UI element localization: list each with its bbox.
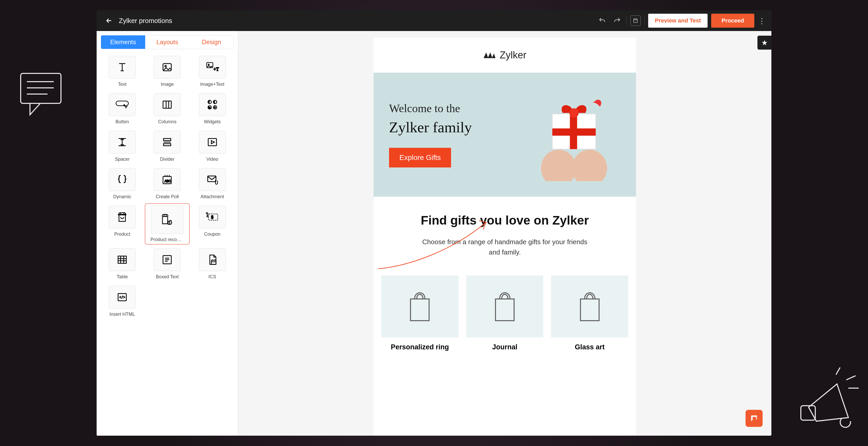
image-text-icon: +T: [199, 56, 226, 79]
product-name: Journal: [466, 343, 544, 351]
sidebar-tabs: Elements Layouts Design: [101, 35, 234, 49]
element-label: Insert HTML: [110, 311, 135, 317]
element-coupon[interactable]: $Coupon: [193, 206, 232, 242]
product-row: Personalized ringJournalGlass art: [374, 275, 636, 356]
email-logo: Zylker: [374, 38, 636, 72]
element-label: Image: [161, 82, 174, 87]
product-name: Glass art: [551, 343, 628, 351]
element-table[interactable]: Table: [103, 248, 142, 279]
email-hero: Welcome to the Zylker family Explore Gif…: [374, 72, 636, 197]
element-label: Table: [117, 274, 128, 279]
save-button[interactable]: [630, 16, 641, 26]
redo-button[interactable]: [612, 15, 623, 26]
tab-layouts[interactable]: Layouts: [145, 35, 189, 49]
element-label: Product recommend…: [150, 237, 184, 242]
email-preview: Zylker Welcome to the Zylker family Expl…: [374, 38, 636, 436]
element-video[interactable]: Video: [193, 131, 232, 162]
svg-text:ABC: ABC: [164, 179, 171, 183]
product-card[interactable]: Glass art: [551, 275, 628, 351]
tab-elements[interactable]: Elements: [101, 35, 145, 49]
shopping-bag-icon: [466, 275, 544, 337]
element-columns[interactable]: Columns: [148, 93, 187, 124]
page-title: Zylker promotions: [119, 17, 172, 25]
hero-text: Welcome to the Zylker family Explore Gif…: [389, 102, 525, 168]
element-label: Spacer: [115, 157, 130, 162]
svg-line-6: [846, 376, 856, 380]
shopping-bag-icon: [381, 275, 459, 337]
product-card[interactable]: Journal: [466, 275, 544, 351]
svg-point-43: [207, 215, 208, 217]
spacer-icon: [109, 131, 135, 153]
top-bar: Zylker promotions Preview and Test Proce…: [97, 10, 771, 31]
element-label: Product: [114, 232, 130, 237]
proceed-button[interactable]: Proceed: [711, 14, 754, 28]
element-dynamic[interactable]: Dynamic: [103, 168, 142, 200]
element-image[interactable]: Image: [148, 56, 187, 87]
hero-line-1: Welcome to the: [389, 102, 525, 115]
element-label: Text: [118, 82, 127, 87]
element-divider[interactable]: Divider: [148, 131, 187, 162]
hero-image: [525, 88, 623, 181]
element-imagetext[interactable]: +TImage+Text: [193, 56, 232, 87]
element-label: Coupon: [204, 232, 220, 237]
back-button[interactable]: [103, 17, 115, 25]
image-icon: [154, 56, 181, 79]
element-label: Attachment: [200, 194, 224, 200]
canvas: ★ Zylker Welcome to the Z: [238, 31, 771, 436]
video-icon: [199, 131, 226, 153]
product-name: Personalized ring: [381, 343, 459, 351]
svg-point-15: [124, 105, 125, 106]
favorites-tab[interactable]: ★: [757, 36, 771, 50]
product-card[interactable]: Personalized ring: [381, 275, 459, 351]
element-label: Image+Text: [200, 82, 224, 87]
columns-icon: [154, 93, 181, 116]
button-icon: [109, 93, 135, 116]
element-product[interactable]: Product: [103, 206, 142, 242]
element-spacer[interactable]: Spacer: [103, 131, 142, 162]
app-body: Elements Layouts Design TextImage+TImage…: [97, 31, 771, 436]
element-createpoll[interactable]: ABCCreate Poll: [148, 168, 187, 200]
element-inserthtml[interactable]: Insert HTML: [103, 286, 142, 317]
megaphone-doodle: [780, 358, 863, 441]
top-actions: Preview and Test Proceed ⋮: [596, 14, 765, 28]
text-icon: [109, 56, 135, 79]
svg-text:+: +: [214, 106, 216, 109]
svg-rect-4: [801, 406, 815, 420]
svg-line-5: [836, 367, 840, 375]
element-ics[interactable]: ICS: [193, 248, 232, 279]
element-widgets[interactable]: ftin+Widgets: [193, 93, 232, 124]
email-paragraph: Choose from a range of handmade gifts fo…: [422, 237, 587, 258]
element-label: Create Poll: [156, 194, 179, 200]
preview-and-test-button[interactable]: Preview and Test: [648, 14, 708, 28]
svg-point-10: [165, 65, 166, 67]
svg-text:in: in: [208, 106, 210, 109]
product-rec-icon: [151, 205, 183, 234]
svg-point-59: [572, 150, 607, 181]
svg-rect-8: [634, 19, 638, 23]
hero-line-2: Zylker family: [389, 119, 525, 136]
more-menu-button[interactable]: ⋮: [758, 16, 765, 25]
undo-button[interactable]: [596, 15, 608, 26]
sidebar: Elements Layouts Design TextImage+TImage…: [97, 31, 238, 436]
element-label: Button: [116, 119, 129, 124]
tab-design[interactable]: Design: [189, 35, 234, 49]
svg-rect-39: [208, 176, 216, 182]
attachment-icon: [199, 168, 226, 191]
explore-gifts-button[interactable]: Explore Gifts: [389, 148, 451, 168]
widgets-icon: ftin+: [199, 93, 226, 116]
svg-text:$: $: [211, 215, 213, 219]
divider: [626, 16, 627, 25]
element-label: Columns: [158, 119, 177, 124]
element-productrec[interactable]: Product recommend…: [145, 203, 190, 245]
svg-rect-53: [211, 260, 216, 264]
app-window: Zylker promotions Preview and Test Proce…: [97, 10, 771, 436]
svg-rect-30: [163, 139, 171, 141]
element-text[interactable]: Text: [103, 56, 142, 87]
element-label: Widgets: [204, 119, 221, 124]
element-boxedtext[interactable]: Boxed Text: [148, 248, 187, 279]
element-button[interactable]: Button: [103, 93, 142, 124]
element-attachment[interactable]: Attachment: [193, 168, 232, 200]
chat-fab[interactable]: [746, 410, 763, 427]
coupon-icon: $: [199, 206, 226, 229]
email-body: Find gifts you love on Zylker Choose fro…: [374, 197, 636, 275]
